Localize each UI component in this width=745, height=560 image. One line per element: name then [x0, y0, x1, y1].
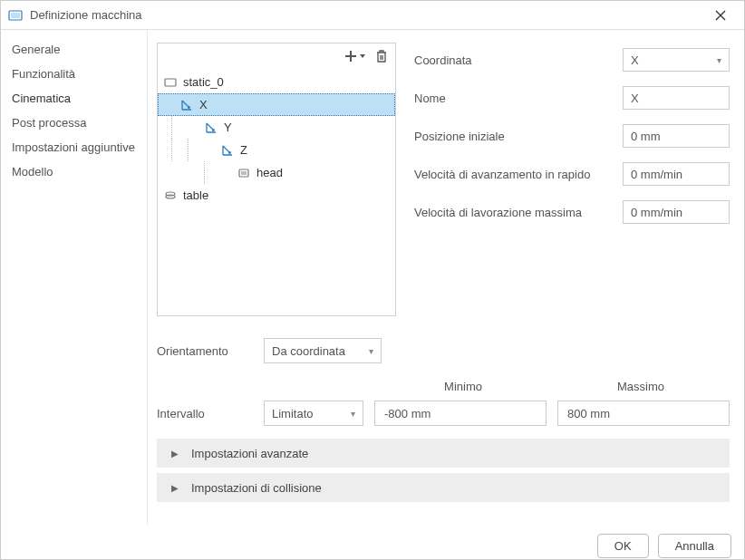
sidebar: Generale Funzionalità Cinematica Post pr… — [1, 30, 148, 525]
window-title: Definizione macchina — [30, 8, 715, 22]
chevron-down-icon: ▾ — [351, 409, 355, 419]
svg-rect-1 — [11, 13, 20, 18]
static-icon — [163, 75, 178, 90]
min-header: Minimo — [374, 380, 552, 393]
tree-label: Z — [240, 143, 247, 157]
app-icon — [8, 8, 23, 23]
range-max-input[interactable] — [557, 401, 730, 426]
name-label: Nome — [414, 92, 614, 105]
dialog-footer: OK Annulla — [1, 525, 744, 560]
tree-label: static_0 — [183, 75, 224, 89]
rapid-input[interactable] — [623, 162, 730, 186]
close-icon[interactable] — [715, 10, 737, 21]
max-header: Massimo — [552, 380, 730, 393]
initpos-label: Posizione iniziale — [414, 130, 614, 143]
tree-label: X — [199, 98, 208, 111]
sidebar-item-postprocess[interactable]: Post processa — [1, 111, 147, 135]
ok-button[interactable]: OK — [597, 534, 649, 558]
coord-select[interactable]: X▾ — [623, 48, 730, 72]
tree-node-static[interactable]: static_0 — [158, 71, 395, 93]
axis-icon — [179, 98, 194, 112]
kinematics-tree: static_0 X Y — [157, 43, 396, 316]
range-mode-value: Limitato — [272, 407, 314, 420]
axis-icon — [204, 121, 218, 135]
tree-node-z[interactable]: Z — [158, 139, 395, 161]
triangle-right-icon: ▶ — [171, 449, 179, 459]
head-icon — [237, 166, 251, 180]
sidebar-item-functionality[interactable]: Funzionalità — [1, 62, 147, 86]
maxfeed-input[interactable] — [623, 200, 730, 224]
main-panel: static_0 X Y — [148, 30, 744, 525]
sidebar-item-model[interactable]: Modello — [1, 159, 147, 184]
expander-advanced[interactable]: ▶ Impostazioni avanzate — [157, 439, 730, 468]
svg-rect-2 — [165, 79, 176, 86]
orient-select[interactable]: Da coordinata▾ — [264, 338, 382, 363]
orient-value: Da coordinata — [272, 344, 345, 358]
maxfeed-label: Velocità di lavorazione massima — [414, 206, 614, 219]
name-input[interactable] — [623, 86, 730, 110]
initpos-input[interactable] — [623, 124, 730, 148]
range-min-input[interactable] — [374, 401, 547, 426]
tree-label: Y — [224, 121, 232, 134]
cancel-button[interactable]: Annulla — [658, 534, 731, 558]
range-label: Intervallo — [157, 407, 253, 420]
tree-node-head[interactable]: head — [158, 161, 395, 184]
sidebar-item-general[interactable]: Generale — [1, 37, 147, 62]
range-mode-select[interactable]: Limitato▾ — [264, 401, 363, 426]
tree-node-table[interactable]: table — [158, 184, 395, 207]
axis-icon — [220, 143, 235, 158]
expander-collision[interactable]: ▶ Impostazioni di collisione — [157, 473, 730, 502]
expander-label: Impostazioni di collisione — [191, 481, 322, 495]
svg-rect-4 — [241, 171, 247, 175]
orient-label: Orientamento — [157, 344, 246, 358]
expander-label: Impostazioni avanzate — [191, 447, 308, 460]
coord-value: X — [631, 53, 639, 67]
titlebar: Definizione macchina — [1, 1, 744, 30]
triangle-right-icon: ▶ — [171, 483, 179, 493]
sidebar-item-additional[interactable]: Impostazioni aggiuntive — [1, 135, 147, 159]
chevron-down-icon: ▾ — [369, 346, 373, 356]
tree-node-y[interactable]: Y — [158, 116, 395, 139]
delete-node-button[interactable] — [375, 49, 388, 63]
tree-label: head — [256, 166, 283, 179]
chevron-down-icon: ▾ — [717, 55, 721, 65]
add-node-button[interactable] — [343, 49, 366, 63]
tree-label: table — [183, 188, 208, 202]
rapid-label: Velocità di avanzamento in rapido — [414, 168, 614, 181]
tree-node-x[interactable]: X — [158, 93, 395, 116]
sidebar-item-kinematics[interactable]: Cinematica — [1, 86, 147, 111]
table-icon — [163, 188, 178, 203]
coord-label: Coordinata — [414, 53, 614, 67]
